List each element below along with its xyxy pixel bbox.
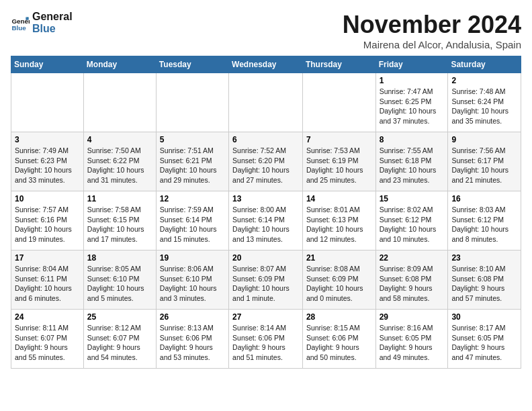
calendar-cell: 30Sunrise: 8:17 AM Sunset: 6:05 PM Dayli… xyxy=(448,310,521,369)
day-number: 7 xyxy=(306,135,372,144)
calendar-cell: 19Sunrise: 8:06 AM Sunset: 6:10 PM Dayli… xyxy=(156,250,228,310)
svg-text:Blue: Blue xyxy=(11,24,26,32)
calendar-cell: 11Sunrise: 7:58 AM Sunset: 6:15 PM Dayli… xyxy=(83,191,156,250)
day-number: 23 xyxy=(451,253,517,263)
day-info: Sunrise: 8:08 AM Sunset: 6:09 PM Dayligh… xyxy=(306,264,372,304)
calendar-cell: 7Sunrise: 7:53 AM Sunset: 6:19 PM Daylig… xyxy=(302,132,375,191)
day-number: 6 xyxy=(232,135,299,144)
day-number: 19 xyxy=(160,253,225,263)
calendar-cell: 5Sunrise: 7:51 AM Sunset: 6:21 PM Daylig… xyxy=(156,132,228,191)
calendar-cell: 10Sunrise: 7:57 AM Sunset: 6:16 PM Dayli… xyxy=(11,191,84,250)
calendar-cell: 26Sunrise: 8:13 AM Sunset: 6:06 PM Dayli… xyxy=(156,310,228,369)
day-number: 26 xyxy=(160,312,225,322)
day-number: 14 xyxy=(306,194,372,203)
day-info: Sunrise: 8:07 AM Sunset: 6:09 PM Dayligh… xyxy=(232,264,299,304)
day-number: 30 xyxy=(451,312,517,322)
day-info: Sunrise: 8:09 AM Sunset: 6:08 PM Dayligh… xyxy=(380,264,445,304)
logo-blue: Blue xyxy=(32,23,73,35)
logo: General Blue General Blue xyxy=(11,11,73,34)
calendar-cell: 29Sunrise: 8:16 AM Sunset: 6:05 PM Dayli… xyxy=(375,310,448,369)
logo-general: General xyxy=(32,11,73,23)
week-row-2: 3Sunrise: 7:49 AM Sunset: 6:23 PM Daylig… xyxy=(11,132,521,191)
day-info: Sunrise: 8:13 AM Sunset: 6:06 PM Dayligh… xyxy=(160,323,225,363)
calendar-cell xyxy=(156,73,228,132)
column-header-tuesday: Tuesday xyxy=(156,56,228,73)
location-subtitle: Mairena del Alcor, Andalusia, Spain xyxy=(343,39,521,50)
calendar-cell: 4Sunrise: 7:50 AM Sunset: 6:22 PM Daylig… xyxy=(83,132,156,191)
day-info: Sunrise: 8:14 AM Sunset: 6:06 PM Dayligh… xyxy=(232,323,299,363)
day-number: 16 xyxy=(451,194,517,203)
day-number: 12 xyxy=(160,194,225,203)
day-info: Sunrise: 8:02 AM Sunset: 6:12 PM Dayligh… xyxy=(380,205,445,244)
calendar-cell: 25Sunrise: 8:12 AM Sunset: 6:07 PM Dayli… xyxy=(83,310,156,369)
calendar-cell: 22Sunrise: 8:09 AM Sunset: 6:08 PM Dayli… xyxy=(375,250,448,310)
calendar-cell: 14Sunrise: 8:01 AM Sunset: 6:13 PM Dayli… xyxy=(302,191,375,250)
calendar-cell xyxy=(229,73,303,132)
day-info: Sunrise: 8:11 AM Sunset: 6:07 PM Dayligh… xyxy=(15,323,80,363)
calendar-table: SundayMondayTuesdayWednesdayThursdayFrid… xyxy=(11,56,521,369)
column-header-monday: Monday xyxy=(83,56,156,73)
day-number: 27 xyxy=(232,312,299,322)
day-info: Sunrise: 8:04 AM Sunset: 6:11 PM Dayligh… xyxy=(15,264,80,304)
day-info: Sunrise: 8:00 AM Sunset: 6:14 PM Dayligh… xyxy=(232,205,299,244)
day-number: 28 xyxy=(306,312,372,322)
day-info: Sunrise: 8:12 AM Sunset: 6:07 PM Dayligh… xyxy=(87,323,152,363)
day-number: 8 xyxy=(380,135,445,144)
day-number: 21 xyxy=(306,253,372,263)
day-info: Sunrise: 8:10 AM Sunset: 6:08 PM Dayligh… xyxy=(451,264,517,304)
day-number: 13 xyxy=(232,194,299,203)
calendar-cell: 20Sunrise: 8:07 AM Sunset: 6:09 PM Dayli… xyxy=(229,250,303,310)
day-info: Sunrise: 7:53 AM Sunset: 6:19 PM Dayligh… xyxy=(306,146,372,185)
day-number: 22 xyxy=(380,253,445,263)
calendar-cell: 3Sunrise: 7:49 AM Sunset: 6:23 PM Daylig… xyxy=(11,132,84,191)
week-row-3: 10Sunrise: 7:57 AM Sunset: 6:16 PM Dayli… xyxy=(11,191,521,250)
day-number: 10 xyxy=(15,194,80,203)
day-info: Sunrise: 7:55 AM Sunset: 6:18 PM Dayligh… xyxy=(380,146,445,185)
day-info: Sunrise: 7:48 AM Sunset: 6:24 PM Dayligh… xyxy=(451,87,517,126)
day-number: 4 xyxy=(87,135,152,144)
day-info: Sunrise: 8:01 AM Sunset: 6:13 PM Dayligh… xyxy=(306,205,372,244)
day-info: Sunrise: 7:51 AM Sunset: 6:21 PM Dayligh… xyxy=(160,146,225,185)
calendar-cell: 18Sunrise: 8:05 AM Sunset: 6:10 PM Dayli… xyxy=(83,250,156,310)
day-info: Sunrise: 7:58 AM Sunset: 6:15 PM Dayligh… xyxy=(87,205,152,244)
calendar-cell xyxy=(11,73,84,132)
day-info: Sunrise: 8:03 AM Sunset: 6:12 PM Dayligh… xyxy=(451,205,517,244)
calendar-cell: 9Sunrise: 7:56 AM Sunset: 6:17 PM Daylig… xyxy=(448,132,521,191)
day-number: 29 xyxy=(380,312,445,322)
calendar-cell: 23Sunrise: 8:10 AM Sunset: 6:08 PM Dayli… xyxy=(448,250,521,310)
header: General Blue General Blue November 2024 … xyxy=(11,11,521,50)
column-header-thursday: Thursday xyxy=(302,56,375,73)
day-info: Sunrise: 7:49 AM Sunset: 6:23 PM Dayligh… xyxy=(15,146,80,185)
calendar-cell: 12Sunrise: 7:59 AM Sunset: 6:14 PM Dayli… xyxy=(156,191,228,250)
calendar-cell: 6Sunrise: 7:52 AM Sunset: 6:20 PM Daylig… xyxy=(229,132,303,191)
day-info: Sunrise: 8:15 AM Sunset: 6:06 PM Dayligh… xyxy=(306,323,372,363)
calendar-cell: 15Sunrise: 8:02 AM Sunset: 6:12 PM Dayli… xyxy=(375,191,448,250)
calendar-cell: 16Sunrise: 8:03 AM Sunset: 6:12 PM Dayli… xyxy=(448,191,521,250)
day-info: Sunrise: 7:50 AM Sunset: 6:22 PM Dayligh… xyxy=(87,146,152,185)
column-header-sunday: Sunday xyxy=(11,56,84,73)
column-header-friday: Friday xyxy=(375,56,448,73)
day-number: 17 xyxy=(15,253,80,263)
calendar-cell: 8Sunrise: 7:55 AM Sunset: 6:18 PM Daylig… xyxy=(375,132,448,191)
calendar-cell: 1Sunrise: 7:47 AM Sunset: 6:25 PM Daylig… xyxy=(375,73,448,132)
day-number: 11 xyxy=(87,194,152,203)
calendar-cell: 13Sunrise: 8:00 AM Sunset: 6:14 PM Dayli… xyxy=(229,191,303,250)
day-number: 5 xyxy=(160,135,225,144)
calendar-header-row: SundayMondayTuesdayWednesdayThursdayFrid… xyxy=(11,56,521,73)
calendar-cell: 21Sunrise: 8:08 AM Sunset: 6:09 PM Dayli… xyxy=(302,250,375,310)
day-info: Sunrise: 8:05 AM Sunset: 6:10 PM Dayligh… xyxy=(87,264,152,304)
week-row-1: 1Sunrise: 7:47 AM Sunset: 6:25 PM Daylig… xyxy=(11,73,521,132)
day-info: Sunrise: 8:16 AM Sunset: 6:05 PM Dayligh… xyxy=(380,323,445,363)
day-number: 24 xyxy=(15,312,80,322)
day-number: 9 xyxy=(451,135,517,144)
title-block: November 2024 Mairena del Alcor, Andalus… xyxy=(343,11,521,50)
day-number: 18 xyxy=(87,253,152,263)
calendar-cell xyxy=(83,73,156,132)
calendar-cell: 28Sunrise: 8:15 AM Sunset: 6:06 PM Dayli… xyxy=(302,310,375,369)
week-row-4: 17Sunrise: 8:04 AM Sunset: 6:11 PM Dayli… xyxy=(11,250,521,310)
day-info: Sunrise: 7:52 AM Sunset: 6:20 PM Dayligh… xyxy=(232,146,299,185)
day-number: 3 xyxy=(15,135,80,144)
day-number: 15 xyxy=(380,194,445,203)
day-info: Sunrise: 7:59 AM Sunset: 6:14 PM Dayligh… xyxy=(160,205,225,244)
week-row-5: 24Sunrise: 8:11 AM Sunset: 6:07 PM Dayli… xyxy=(11,310,521,369)
